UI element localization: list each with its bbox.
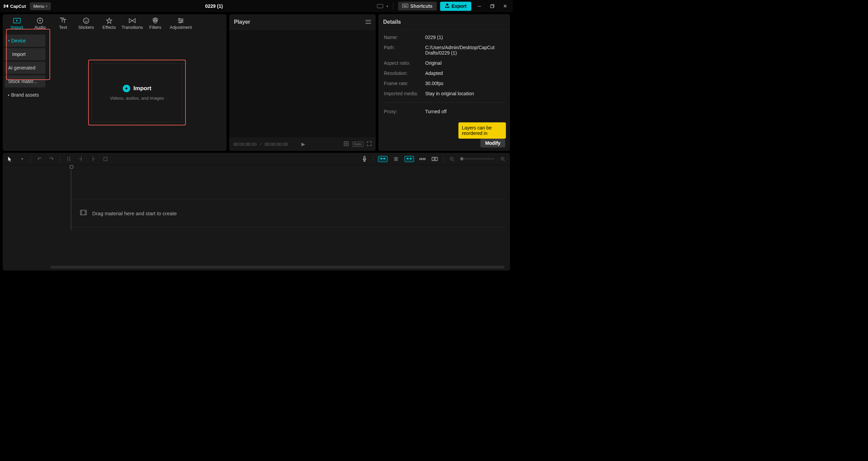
svg-rect-6: [491, 5, 493, 8]
player-menu-icon[interactable]: [366, 20, 371, 24]
details-panel: Details Name: 0229 (1) Path: C:/Users/Ad…: [378, 14, 510, 151]
tab-stickers[interactable]: Stickers: [75, 15, 98, 32]
chevron-down-icon: ▾: [46, 4, 47, 8]
svg-point-18: [180, 22, 181, 23]
snap-tool-2[interactable]: [405, 156, 414, 162]
time-separator: /: [260, 142, 261, 147]
svg-rect-23: [380, 158, 382, 159]
triangle-right-icon: ▸: [8, 93, 10, 97]
tab-filters[interactable]: Filters: [144, 15, 167, 32]
import-row: + Import: [123, 85, 152, 92]
media-body: ▾ Device Import AI generated Stock mater…: [3, 33, 226, 151]
svg-rect-24: [383, 158, 385, 159]
svg-rect-19: [344, 142, 348, 146]
minimize-button[interactable]: ─: [475, 1, 484, 11]
tab-adjustment[interactable]: Adjustment: [167, 15, 195, 32]
chevron-down-icon: ▾: [387, 4, 388, 8]
scrollbar-thumb[interactable]: [50, 266, 505, 268]
text-icon: [59, 17, 67, 24]
svg-point-10: [83, 18, 89, 23]
menu-button[interactable]: Menu ▾: [30, 2, 51, 10]
shortcuts-button[interactable]: Shortcuts: [398, 2, 436, 11]
fullscreen-icon[interactable]: [367, 141, 372, 147]
player-title: Player: [234, 19, 250, 25]
tab-audio[interactable]: Audio: [28, 15, 52, 32]
audio-icon: [36, 17, 44, 24]
sidebar-item-brand[interactable]: ▸ Brand assets: [5, 89, 45, 101]
import-icon: [13, 17, 21, 24]
split-right-tool[interactable]: [90, 155, 97, 163]
tab-text[interactable]: Text: [52, 15, 75, 32]
svg-rect-21: [104, 157, 107, 161]
ratio-button[interactable]: Ratio: [352, 142, 363, 147]
maximize-button[interactable]: [488, 1, 497, 11]
capcut-logo-icon: [3, 3, 9, 9]
svg-rect-22: [364, 156, 365, 159]
sidebar-item-stock[interactable]: Stock mater...: [5, 75, 45, 87]
play-button[interactable]: ▶: [301, 141, 305, 147]
delete-tool[interactable]: [102, 155, 109, 163]
tab-transitions[interactable]: Transitions: [121, 15, 144, 32]
player-right-controls: Ratio: [343, 141, 372, 147]
link-tool[interactable]: [419, 155, 426, 163]
detail-path: Path: C:/Users/Admin/Desktop/CapCut Draf…: [384, 45, 505, 56]
keyboard-icon: [402, 3, 408, 9]
horizontal-scrollbar[interactable]: [50, 266, 505, 268]
tab-import[interactable]: Import: [5, 15, 28, 32]
aspect-ratio-icon[interactable]: [377, 4, 383, 8]
sidebar-item-device[interactable]: ▾ Device: [5, 35, 45, 47]
mic-icon[interactable]: [361, 155, 368, 163]
divider: [31, 156, 31, 162]
svg-rect-1: [403, 5, 404, 5]
filters-icon: [152, 17, 159, 24]
split-left-tool[interactable]: [77, 155, 85, 163]
zoom-handle[interactable]: [460, 157, 463, 160]
divider: [443, 156, 443, 162]
timeline[interactable]: Drag material here and start to create: [3, 165, 510, 270]
selection-tool[interactable]: [6, 155, 14, 163]
svg-point-16: [179, 18, 180, 20]
chevron-down-icon[interactable]: ▾: [18, 155, 26, 163]
snap-tool-1[interactable]: [378, 156, 388, 162]
svg-rect-0: [402, 4, 408, 8]
sidebar-item-ai[interactable]: AI generated: [5, 62, 45, 74]
svg-rect-25: [407, 158, 409, 159]
player-panel: Player 00:00:00:00 / 00:00:00:00 ▶ Ratio: [229, 14, 376, 151]
playhead-marker[interactable]: [69, 165, 73, 170]
media-sidebar: ▾ Device Import AI generated Stock mater…: [3, 33, 47, 151]
export-icon: [445, 3, 450, 9]
divider: [384, 102, 505, 103]
svg-point-30: [434, 158, 435, 160]
app-name: CapCut: [10, 4, 26, 9]
zoom-out-icon[interactable]: [448, 155, 456, 163]
titlebar: CapCut Menu ▾ 0229 (1) ▾ Shortcuts Expor…: [0, 0, 513, 12]
details-title: Details: [383, 19, 401, 25]
zoom-in-icon[interactable]: [499, 155, 507, 163]
tab-effects[interactable]: Effects: [98, 15, 121, 32]
preview-tool[interactable]: [431, 155, 438, 163]
zoom-reset-icon[interactable]: [343, 141, 349, 147]
modify-button[interactable]: Modify: [480, 139, 505, 147]
import-subtitle: Videos, audios, and images: [110, 96, 164, 101]
media-panel: Import Audio Text Stickers Effects Trans…: [3, 14, 226, 151]
main-track[interactable]: Drag material here and start to create: [71, 199, 505, 227]
detail-framerate: Frame rate: 30.00fps: [384, 81, 505, 86]
import-drop-zone[interactable]: + Import Videos, audios, and images: [88, 60, 186, 125]
close-button[interactable]: ✕: [500, 1, 510, 11]
effects-icon: [105, 17, 113, 24]
sidebar-item-import[interactable]: Import: [5, 48, 45, 60]
time-current: 00:00:00:00: [233, 142, 257, 147]
player-controls: 00:00:00:00 / 00:00:00:00 ▶ Ratio: [229, 137, 376, 151]
align-tool[interactable]: [392, 155, 400, 163]
svg-rect-2: [404, 5, 405, 5]
svg-point-12: [87, 20, 87, 20]
redo-button[interactable]: ↷: [48, 155, 55, 163]
undo-button[interactable]: ↶: [36, 155, 43, 163]
divider: [373, 156, 373, 162]
split-tool[interactable]: [65, 155, 73, 163]
player-viewport[interactable]: [229, 30, 376, 137]
zoom-slider[interactable]: [460, 158, 494, 159]
player-header: Player: [229, 14, 376, 30]
track-area[interactable]: Drag material here and start to create: [71, 199, 505, 227]
export-button[interactable]: Export: [440, 2, 471, 11]
